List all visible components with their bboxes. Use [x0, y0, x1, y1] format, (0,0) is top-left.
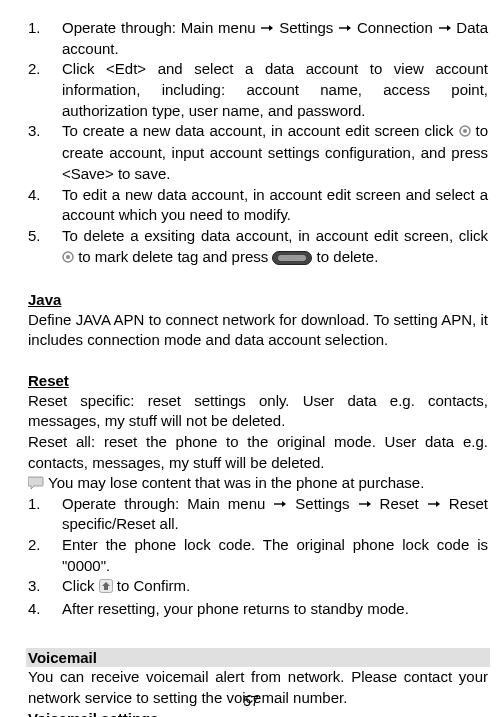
- list-number: 2.: [28, 535, 62, 576]
- list-number: 3.: [28, 576, 62, 599]
- reset-heading: Reset: [28, 371, 488, 391]
- list-item: 4. To edit a new data account, in accoun…: [28, 185, 488, 226]
- text: Settings: [279, 19, 338, 36]
- info-bubble-icon: [28, 475, 44, 495]
- list-body: To delete a exsiting data account, in ac…: [62, 226, 488, 270]
- list-number: 1.: [28, 494, 62, 535]
- list-item: 1. Operate through: Main menu Settings C…: [28, 18, 488, 59]
- list-number: 4.: [28, 185, 62, 226]
- list-number: 1.: [28, 18, 62, 59]
- list-body: Operate through: Main menu Settings Conn…: [62, 18, 488, 59]
- reset-paragraph-2: Reset all: reset the phone to the origin…: [28, 432, 488, 473]
- arrow-right-icon: [358, 495, 380, 512]
- text: Connection: [357, 19, 438, 36]
- svg-marker-1: [269, 25, 273, 31]
- list-number: 2.: [28, 59, 62, 121]
- svg-rect-11: [278, 255, 306, 261]
- list-number: 3.: [28, 121, 62, 184]
- list-item: 2. Enter the phone lock code. The origin…: [28, 535, 488, 576]
- list-body: Click to Confirm.: [62, 576, 488, 599]
- list-item: 1. Operate through: Main menu Settings R…: [28, 494, 488, 535]
- data-account-steps: 1. Operate through: Main menu Settings C…: [28, 18, 488, 270]
- list-body: After resetting, your phone returns to s…: [62, 599, 488, 620]
- list-body: To edit a new data account, in account e…: [62, 185, 488, 226]
- manual-page: 1. Operate through: Main menu Settings C…: [0, 0, 502, 717]
- add-circle-icon: [459, 122, 471, 143]
- text: To delete a exsiting data account, in ac…: [62, 227, 488, 244]
- svg-marker-3: [347, 25, 351, 31]
- list-item: 3. To create a new data account, in acco…: [28, 121, 488, 184]
- text: Settings: [295, 495, 357, 512]
- text: to mark delete tag and press: [74, 248, 272, 265]
- java-paragraph: Define JAVA APN to connect network for d…: [28, 310, 488, 351]
- svg-point-9: [66, 255, 70, 259]
- svg-rect-20: [104, 586, 108, 590]
- note-text: You may lose content that was in the pho…: [48, 473, 424, 493]
- text: Operate through: Main menu: [62, 495, 273, 512]
- reset-steps: 1. Operate through: Main menu Settings R…: [28, 494, 488, 620]
- text: Click: [62, 577, 99, 594]
- text: Operate through: Main menu: [62, 19, 260, 36]
- list-number: 5.: [28, 226, 62, 270]
- arrow-right-icon: [273, 495, 295, 512]
- list-body: Enter the phone lock code. The original …: [62, 535, 488, 576]
- list-body: Click <Edt> and select a data account to…: [62, 59, 488, 121]
- list-item: 5. To delete a exsiting data account, in…: [28, 226, 488, 270]
- arrow-right-icon: [338, 19, 357, 36]
- list-number: 4.: [28, 599, 62, 620]
- svg-point-7: [463, 129, 467, 133]
- delete-button-icon: [272, 250, 312, 271]
- arrow-right-icon: [427, 495, 449, 512]
- text: to Confirm.: [113, 577, 191, 594]
- text: Reset: [380, 495, 427, 512]
- text: To create a new data account, in account…: [62, 122, 459, 139]
- java-heading: Java: [28, 290, 488, 310]
- list-body: Operate through: Main menu Settings Rese…: [62, 494, 488, 535]
- text: to delete.: [312, 248, 378, 265]
- arrow-right-icon: [260, 19, 279, 36]
- svg-marker-15: [367, 501, 371, 507]
- list-body: To create a new data account, in account…: [62, 121, 488, 184]
- svg-marker-5: [447, 25, 451, 31]
- home-key-icon: [99, 578, 113, 599]
- delete-circle-icon: [62, 248, 74, 269]
- reset-paragraph-1: Reset specific: reset settings only. Use…: [28, 391, 488, 432]
- voicemail-sub-heading: Voicemail settings: [28, 709, 488, 717]
- reset-note: You may lose content that was in the pho…: [28, 473, 488, 493]
- list-item: 3. Click to Confirm.: [28, 576, 488, 599]
- voicemail-heading: Voicemail: [26, 648, 490, 668]
- page-number: 57: [0, 693, 502, 709]
- list-item: 2. Click <Edt> and select a data account…: [28, 59, 488, 121]
- svg-marker-13: [282, 501, 286, 507]
- arrow-right-icon: [438, 19, 457, 36]
- list-item: 4. After resetting, your phone returns t…: [28, 599, 488, 620]
- svg-marker-17: [436, 501, 440, 507]
